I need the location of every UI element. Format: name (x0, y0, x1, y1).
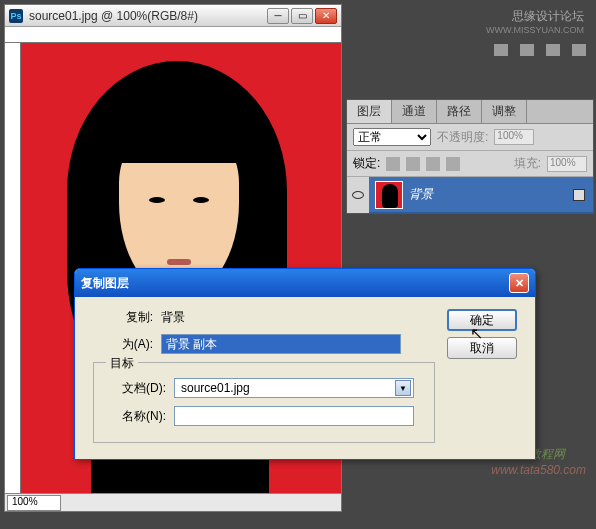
blend-mode-select[interactable]: 正常 (353, 128, 431, 146)
name-input[interactable] (174, 406, 414, 426)
opacity-label: 不透明度: (437, 129, 488, 146)
tab-layers[interactable]: 图层 (347, 100, 392, 123)
fill-value[interactable]: 100% (547, 156, 587, 172)
minimize-button[interactable]: ─ (267, 8, 289, 24)
ruler-horizontal (5, 27, 341, 43)
ruler-vertical (5, 43, 21, 493)
document-titlebar[interactable]: Ps source01.jpg @ 100%(RGB/8#) ─ ▭ ✕ (5, 5, 341, 27)
watermark-forum: 思缘设计论坛 WWW.MISSYUAN.COM (346, 2, 594, 37)
dialog-close-button[interactable]: ✕ (509, 273, 529, 293)
zoom-field[interactable]: 100% (7, 495, 61, 511)
lock-transparent-icon[interactable] (386, 157, 400, 171)
ok-button[interactable]: 确定 (447, 309, 517, 331)
duplicate-label: 复制: (93, 309, 153, 326)
layers-panel: 图层 通道 路径 调整 正常 不透明度: 100% 锁定: 填充: 100% 背… (346, 99, 594, 214)
panel-dock-icons (346, 37, 594, 63)
lock-position-icon[interactable] (426, 157, 440, 171)
document-title: source01.jpg @ 100%(RGB/8#) (29, 9, 267, 23)
as-label: 为(A): (93, 336, 153, 353)
duplicate-layer-dialog: 复制图层 ✕ 复制: 背景 为(A): 目标 文档(D): sou (74, 268, 536, 460)
target-legend: 目标 (106, 355, 138, 372)
visibility-icon[interactable] (352, 191, 364, 199)
close-button[interactable]: ✕ (315, 8, 337, 24)
maximize-button[interactable]: ▭ (291, 8, 313, 24)
layer-thumbnail[interactable] (375, 181, 403, 209)
panel-launcher-icon[interactable] (572, 44, 586, 56)
panel-launcher-icon[interactable] (546, 44, 560, 56)
cancel-button[interactable]: 取消 (447, 337, 517, 359)
opacity-value[interactable]: 100% (494, 129, 534, 145)
lock-label: 锁定: (353, 155, 380, 172)
name-label: 名称(N): (106, 408, 166, 425)
layer-row[interactable]: 背景 (347, 177, 593, 213)
chevron-down-icon[interactable]: ▼ (395, 380, 411, 396)
lock-icon (573, 189, 585, 201)
tab-channels[interactable]: 通道 (392, 100, 437, 123)
panel-launcher-icon[interactable] (520, 44, 534, 56)
lock-image-icon[interactable] (406, 157, 420, 171)
tab-adjust[interactable]: 调整 (482, 100, 527, 123)
panel-launcher-icon[interactable] (494, 44, 508, 56)
ps-icon: Ps (9, 9, 23, 23)
doc-label: 文档(D): (106, 380, 166, 397)
fill-label: 填充: (514, 155, 541, 172)
layer-name[interactable]: 背景 (409, 186, 573, 203)
document-select[interactable]: source01.jpg ▼ (174, 378, 414, 398)
dialog-titlebar[interactable]: 复制图层 ✕ (75, 269, 535, 297)
duplicate-source: 背景 (161, 309, 435, 326)
tab-paths[interactable]: 路径 (437, 100, 482, 123)
as-input[interactable] (161, 334, 401, 354)
status-bar: 100% (5, 493, 341, 511)
lock-all-icon[interactable] (446, 157, 460, 171)
